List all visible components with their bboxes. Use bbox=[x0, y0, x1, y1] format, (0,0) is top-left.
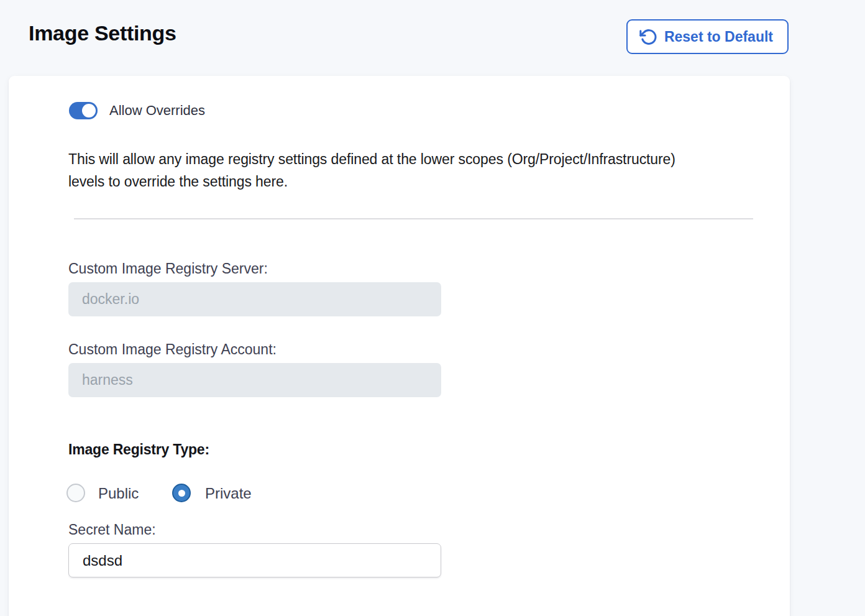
registry-server-label: Custom Image Registry Server: bbox=[68, 260, 268, 277]
radio-private-label[interactable]: Private bbox=[205, 484, 252, 503]
allow-overrides-row: Allow Overrides bbox=[69, 102, 205, 119]
registry-account-input[interactable] bbox=[68, 363, 441, 397]
toggle-knob bbox=[82, 104, 96, 117]
registry-type-label: Image Registry Type: bbox=[68, 441, 209, 458]
registry-account-label: Custom Image Registry Account: bbox=[68, 341, 277, 358]
allow-overrides-label: Allow Overrides bbox=[109, 103, 205, 119]
radio-public-label[interactable]: Public bbox=[98, 484, 139, 503]
registry-server-input[interactable] bbox=[68, 282, 441, 316]
description-line-1: This will allow any image registry setti… bbox=[68, 148, 675, 170]
reset-to-default-button[interactable]: Reset to Default bbox=[626, 19, 789, 54]
reset-counterclockwise-icon bbox=[639, 28, 657, 46]
radio-public[interactable] bbox=[66, 484, 85, 502]
reset-button-label: Reset to Default bbox=[664, 29, 773, 45]
secret-name-input[interactable] bbox=[68, 543, 441, 577]
overrides-description: This will allow any image registry setti… bbox=[68, 148, 675, 193]
page-title: Image Settings bbox=[29, 21, 176, 45]
settings-card: Allow Overrides This will allow any imag… bbox=[9, 76, 790, 616]
section-divider bbox=[74, 218, 753, 219]
secret-name-label: Secret Name: bbox=[68, 522, 156, 538]
allow-overrides-toggle[interactable] bbox=[69, 102, 98, 119]
radio-private[interactable] bbox=[172, 484, 191, 502]
description-line-2: levels to override the settings here. bbox=[68, 170, 675, 193]
image-settings-page: Image Settings Reset to Default Allow Ov… bbox=[0, 0, 865, 616]
